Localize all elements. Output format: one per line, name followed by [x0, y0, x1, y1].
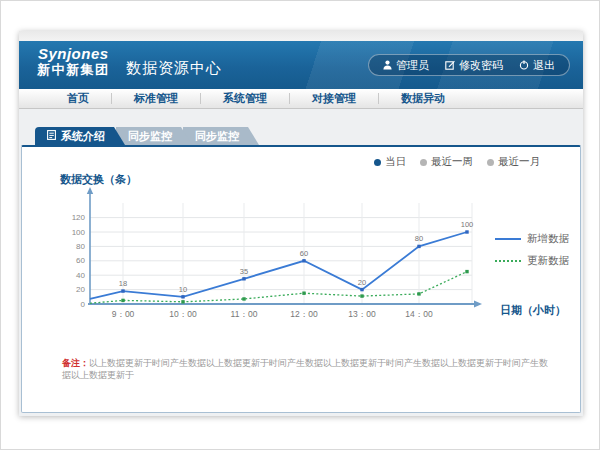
tab-label: 同步监控: [128, 130, 172, 142]
range-label: 最近一周: [431, 155, 473, 169]
svg-text:18: 18: [119, 279, 127, 288]
app-header: Synjones 新中新集团 数据资源中心 管理员 修改密码: [19, 41, 583, 89]
green-dotted-sample-icon: [495, 260, 521, 262]
logout-label: 退出: [533, 58, 555, 73]
svg-text:80: 80: [415, 234, 423, 243]
radio-dot-icon: [487, 159, 494, 166]
top-strip: [19, 31, 583, 41]
svg-text:20: 20: [358, 278, 366, 287]
time-range-selector: 当日 最近一周 最近一月: [374, 155, 540, 169]
edit-icon: [445, 60, 455, 70]
nav-item-integration[interactable]: 对接管理: [290, 93, 379, 104]
legend-label: 更新数据: [527, 254, 569, 268]
user-toolbar: 管理员 修改密码 退出: [368, 54, 570, 76]
current-user-label: 管理员: [396, 58, 429, 73]
svg-text:80: 80: [76, 242, 85, 251]
user-icon: [383, 60, 392, 70]
range-label: 当日: [385, 155, 406, 169]
y-axis-title: 数据交换（条）: [60, 172, 137, 187]
radio-dot-icon: [374, 159, 381, 166]
svg-text:20: 20: [76, 285, 85, 294]
form-icon: [47, 127, 56, 145]
footer-note-label: 备注：: [62, 358, 89, 368]
tab-label: 同步监控: [195, 130, 239, 142]
svg-text:35: 35: [240, 267, 248, 276]
svg-text:40: 40: [76, 271, 85, 280]
power-icon: [519, 60, 529, 70]
footer-note: 备注：以上数据更新于时间产生数据以上数据更新于时间产生数据以上数据更新于时间产生…: [62, 357, 552, 381]
tab-sync-monitor-1[interactable]: 同步监控: [116, 127, 192, 145]
nav-item-home[interactable]: 首页: [45, 93, 112, 104]
tab-sync-monitor-2[interactable]: 同步监控: [183, 127, 259, 145]
logo-company-name: 新中新集团: [37, 62, 110, 77]
svg-text:10：00: 10：00: [169, 309, 197, 319]
svg-text:11：00: 11：00: [231, 309, 258, 319]
current-user-button[interactable]: 管理员: [383, 58, 429, 73]
svg-text:100: 100: [461, 220, 474, 229]
series-legend: 新增数据 更新数据: [495, 232, 569, 268]
svg-text:60: 60: [300, 249, 308, 258]
x-axis-title: 日期（小时）: [500, 303, 566, 318]
tab-bar: 系统介绍 同步监控 同步监控: [35, 127, 583, 145]
range-label: 最近一月: [498, 155, 540, 169]
svg-text:14：00: 14：00: [405, 309, 433, 319]
svg-text:0: 0: [81, 300, 86, 309]
line-chart: 0204060801001209：0010：0011：0012：0013：001…: [42, 187, 562, 327]
app-window: Synjones 新中新集团 数据资源中心 管理员 修改密码: [0, 0, 600, 450]
page-container: Synjones 新中新集团 数据资源中心 管理员 修改密码: [19, 31, 583, 416]
content-panel: 当日 最近一周 最近一月 数据交换（条） 0204060801001209：00…: [21, 145, 581, 413]
svg-text:120: 120: [72, 213, 86, 222]
svg-text:100: 100: [72, 228, 86, 237]
nav-item-data-changes[interactable]: 数据异动: [379, 93, 467, 104]
logout-button[interactable]: 退出: [519, 58, 555, 73]
nav-item-standards[interactable]: 标准管理: [112, 93, 201, 104]
svg-text:12：00: 12：00: [290, 309, 318, 319]
svg-text:60: 60: [76, 256, 85, 265]
range-option-last-week[interactable]: 最近一周: [420, 155, 473, 169]
legend-label: 新增数据: [527, 232, 569, 246]
blue-line-sample-icon: [495, 238, 521, 240]
range-option-last-month[interactable]: 最近一月: [487, 155, 540, 169]
tab-label: 系统介绍: [61, 127, 105, 145]
radio-dot-icon: [420, 159, 427, 166]
svg-text:10: 10: [179, 285, 187, 294]
legend-item-new-data: 新增数据: [495, 232, 569, 246]
footer-note-text: 以上数据更新于时间产生数据以上数据更新于时间产生数据以上数据更新于时间产生数据以…: [62, 358, 548, 380]
legend-item-updated-data: 更新数据: [495, 254, 569, 268]
nav-item-system[interactable]: 系统管理: [201, 93, 290, 104]
tab-system-intro[interactable]: 系统介绍: [35, 127, 125, 145]
change-password-label: 修改密码: [459, 58, 503, 73]
main-nav: 首页 标准管理 系统管理 对接管理 数据异动: [19, 89, 583, 109]
change-password-button[interactable]: 修改密码: [445, 58, 503, 73]
brand-logo: Synjones 新中新集团: [37, 46, 110, 77]
logo-wordmark: Synjones: [37, 46, 110, 62]
svg-text:13：00: 13：00: [348, 309, 376, 319]
range-option-today[interactable]: 当日: [374, 155, 406, 169]
svg-text:9：00: 9：00: [112, 309, 135, 319]
page-title: 数据资源中心: [126, 59, 222, 78]
